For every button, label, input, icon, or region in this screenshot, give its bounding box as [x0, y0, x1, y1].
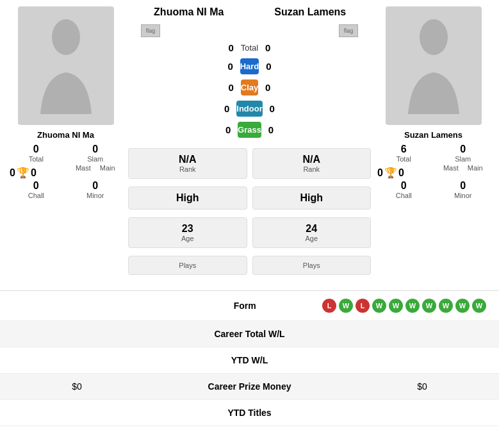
player1-rank-box: N/A Rank [128, 148, 247, 179]
center-extra-stats: N/A Rank High 23 Age Plays N/A Rank [128, 145, 371, 278]
form-badge-w: W [339, 299, 353, 313]
player2-card: Suzan Lamens 6 Total 0 Slam 0 🏆 0 Mast M… [377, 6, 489, 278]
top-section: Zhuoma NI Ma 0 Total 0 Slam 0 🏆 0 Mast M… [0, 0, 499, 284]
player2-chall-label: Chall [396, 192, 412, 199]
prize-right: $0 [358, 381, 486, 392]
player1-plays-label: Plays [136, 261, 239, 269]
player2-stats: 6 Total 0 Slam 0 🏆 0 Mast Main 0 Chall [377, 144, 489, 199]
clay-badge: Clay [241, 79, 258, 95]
player1-plays-box: Plays [128, 256, 247, 275]
player2-extra-stats: N/A Rank High 24 Age Plays [252, 145, 372, 278]
player-names-row: Zhuoma NI Ma Suzan Lamens [128, 6, 371, 18]
player2-avatar [386, 6, 482, 125]
player1-total-value: 0 [33, 144, 39, 155]
player2-high-box: High [252, 187, 372, 210]
career-wl-label: Career Total W/L [141, 329, 358, 339]
center-player1-name: Zhuoma NI Ma [128, 6, 250, 18]
player1-chall-stat: 0 Chall [10, 180, 63, 199]
player2-minor-label: Minor [454, 192, 472, 199]
player1-slam-stat: 0 Slam [69, 144, 122, 163]
player1-main-label: Main [100, 164, 115, 172]
center-player2-name: Suzan Lamens [250, 6, 372, 18]
player2-mast-labels: Mast Main [443, 164, 483, 172]
player1-chall-value: 0 [33, 180, 39, 192]
player2-mast-label: Mast [443, 164, 459, 172]
player1-trophy-icon: 🏆 [17, 167, 29, 179]
player1-card: Zhuoma NI Ma 0 Total 0 Slam 0 🏆 0 Mast M… [10, 6, 122, 278]
career-wl-row: Career Total W/L [0, 321, 499, 347]
player2-minor-stat: 0 Minor [437, 180, 490, 199]
player1-mast-label: Mast [76, 164, 91, 172]
player2-main-value: 0 [398, 167, 404, 179]
player2-mast-row: 0 🏆 0 [377, 167, 430, 179]
total-left-score: 0 [222, 42, 241, 53]
indoor-badge: Indoor [236, 101, 262, 117]
player2-chall-stat: 0 Chall [377, 180, 430, 199]
player1-minor-stat: 0 Minor [69, 180, 122, 199]
player1-minor-label: Minor [86, 192, 104, 199]
player2-slam-stat: 0 Slam [437, 144, 490, 163]
form-badges: LWLWWWWWWW [322, 299, 486, 313]
form-badge-w: W [405, 299, 420, 313]
grass-row: 0 Grass 0 [218, 122, 281, 138]
player1-age-label: Age [136, 235, 239, 242]
bottom-section: Form LWLWWWWWWW Career Total W/L YTD W/L… [0, 290, 499, 426]
grass-badge: Grass [238, 122, 261, 138]
form-badge-l: L [356, 299, 370, 313]
player2-age-box: 24 Age [252, 217, 372, 248]
player2-trophy-icon: 🏆 [384, 167, 397, 179]
indoor-right-score: 0 [263, 103, 282, 114]
hard-left-score: 0 [221, 61, 240, 72]
form-badge-w: W [439, 299, 453, 313]
player1-total-stat: 0 Total [10, 144, 63, 163]
player1-mast-row: 0 🏆 0 [10, 167, 63, 179]
form-label: Form [168, 301, 323, 311]
player2-slam-label: Slam [455, 155, 471, 163]
player1-mast-label-row: Mast Main [69, 164, 122, 179]
player2-plays-label: Plays [261, 261, 363, 269]
clay-row: 0 Clay 0 [222, 79, 277, 95]
player1-high-value: High [136, 192, 239, 204]
player2-total-value: 6 [401, 144, 407, 155]
svg-point-1 [420, 19, 448, 55]
player1-minor-value: 0 [92, 180, 98, 192]
total-row: 0 Total 0 [222, 42, 277, 53]
player1-country-flag: flag [141, 24, 160, 37]
player2-age-label: Age [261, 235, 363, 242]
prize-label: Career Prize Money [141, 381, 358, 392]
player2-country-flag: flag [339, 24, 358, 37]
player1-age-box: 23 Age [128, 217, 247, 248]
ytd-wl-row: YTD W/L [0, 347, 499, 374]
prize-left: $0 [13, 381, 141, 392]
player1-mast-labels: Mast Main [76, 164, 115, 172]
player2-main-label: Main [468, 164, 483, 172]
player2-age-value: 24 [261, 223, 363, 235]
player2-total-stat: 6 Total [377, 144, 430, 163]
form-badges-container: LWLWWWWWWW [322, 299, 486, 313]
player1-age-value: 23 [136, 223, 239, 235]
player1-slam-value: 0 [92, 144, 98, 155]
ytd-titles-label: YTD Titles [141, 408, 358, 418]
player2-mast-value: 0 [377, 167, 383, 179]
player1-rank-value: N/A [136, 154, 239, 165]
ytd-wl-label: YTD W/L [141, 355, 358, 365]
hard-badge: Hard [240, 58, 259, 74]
clay-right-score: 0 [258, 82, 277, 93]
player1-total-label: Total [29, 155, 44, 163]
form-row: Form LWLWWWWWWW [0, 291, 499, 321]
player2-minor-value: 0 [460, 180, 466, 192]
form-badge-w: W [422, 299, 436, 313]
player2-mast-label-row: Mast Main [437, 164, 490, 179]
form-badge-w: W [372, 299, 386, 313]
player2-name: Suzan Lamens [404, 130, 462, 140]
form-badge-w: W [389, 299, 403, 313]
form-badge-w: W [472, 299, 486, 313]
player1-main-value: 0 [31, 167, 37, 179]
player2-rank-box: N/A Rank [252, 148, 372, 179]
indoor-left-score: 0 [217, 103, 236, 114]
player2-chall-value: 0 [401, 180, 407, 192]
player1-rank-label: Rank [136, 165, 239, 173]
indoor-row: 0 Indoor 0 [217, 101, 281, 117]
player2-total-label: Total [397, 155, 411, 163]
player1-stats: 0 Total 0 Slam 0 🏆 0 Mast Main 0 Chall [10, 144, 122, 199]
